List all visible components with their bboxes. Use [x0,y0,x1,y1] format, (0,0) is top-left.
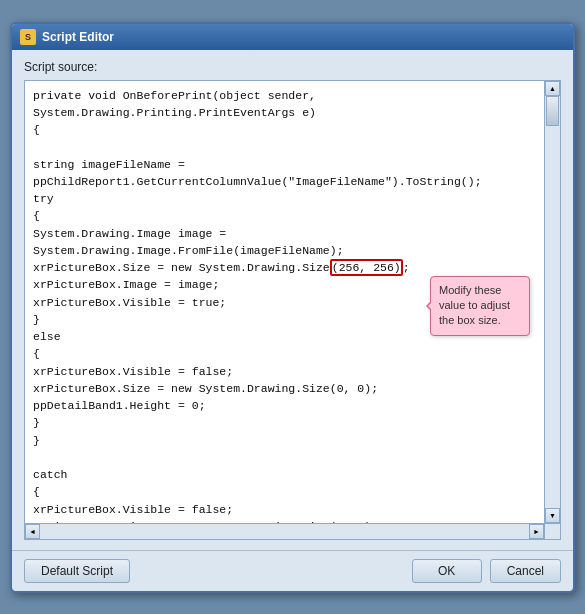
svg-text:S: S [25,32,31,42]
scroll-left-button[interactable]: ◄ [25,524,40,539]
vertical-scrollbar[interactable]: ▲ ▼ [544,81,560,523]
scroll-track-v[interactable] [545,96,560,508]
dialog-title: Script Editor [42,30,565,44]
dialog-icon: S [20,29,36,45]
code-line-1: private void OnBeforePrint(object sender… [33,89,482,523]
dialog-content: Script source: private void OnBeforePrin… [12,50,573,550]
scrollbar-corner [544,523,560,539]
dialog-footer: Default Script OK Cancel [12,550,573,591]
script-editor-dialog: S Script Editor Script source: private v… [10,22,575,593]
scroll-up-button[interactable]: ▲ [545,81,560,96]
code-editor-container[interactable]: private void OnBeforePrint(object sender… [24,80,561,540]
ok-button[interactable]: OK [412,559,482,583]
default-script-button[interactable]: Default Script [24,559,130,583]
source-label: Script source: [24,60,561,74]
scroll-down-button[interactable]: ▼ [545,508,560,523]
cancel-button[interactable]: Cancel [490,559,561,583]
scroll-track-h[interactable] [40,524,529,539]
confirm-buttons: OK Cancel [412,559,561,583]
scroll-thumb-v[interactable] [546,96,559,126]
scroll-right-button[interactable]: ► [529,524,544,539]
tooltip: Modify these value to adjust the box siz… [430,276,530,336]
horizontal-scrollbar[interactable]: ◄ ► [25,523,544,539]
title-bar: S Script Editor [12,24,573,50]
